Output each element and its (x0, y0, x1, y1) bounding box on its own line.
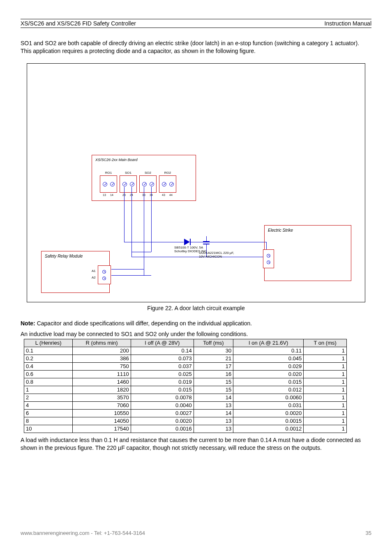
td: 1 (304, 417, 347, 425)
td: 21 (194, 355, 233, 362)
td: 17540 (73, 425, 131, 433)
connector-ro1: RO1 13 14 (100, 175, 117, 193)
td: 30 (194, 347, 233, 355)
table-intro: An inductive load may be connected to SO… (21, 331, 371, 337)
figure-caption: Figure 22. A door latch circuit example (21, 305, 371, 311)
th: R (ohms min) (73, 339, 131, 347)
td: 1 (304, 401, 347, 409)
th: Toff (ms) (194, 339, 233, 347)
so2-label: SO2 (140, 171, 156, 175)
relay-pin-a1 (102, 270, 106, 274)
table-row: 8140500.0020130.00151 (24, 417, 347, 425)
table-row: 0.12000.14300.111 (24, 347, 347, 355)
td: 0.6 (24, 370, 73, 378)
td: 1 (304, 425, 347, 433)
table-row: 0.23860.073210.0451 (24, 355, 347, 362)
td: 15 (194, 386, 233, 394)
strike-pin-2 (267, 260, 270, 264)
page-footer: www.bannerengineering.com - Tel: +1-763-… (21, 530, 371, 536)
after-table-note: A load with inductance less than 0.1 H a… (21, 436, 371, 452)
pinlabel: 43 (162, 193, 165, 196)
figure-door-latch: XS/SC26-2xx Main Board RO1 13 14 SO1 23 … (27, 63, 365, 302)
td: 1 (304, 347, 347, 355)
td: 0.4 (24, 362, 73, 370)
pinlabel: A2 (92, 276, 96, 279)
td: 1820 (73, 386, 131, 394)
td: 0.029 (233, 362, 304, 370)
mainboard-label: XS/SC26-2xx Main Board (95, 158, 138, 162)
td: 0.031 (233, 401, 304, 409)
table-row: 0.47500.037170.0291 (24, 362, 347, 370)
td: 1 (304, 378, 347, 386)
td: 4 (24, 401, 73, 409)
td: 1110 (73, 370, 131, 378)
td: 15 (194, 378, 233, 386)
td: 3570 (73, 394, 131, 401)
td: 0.11 (233, 347, 304, 355)
wire (131, 252, 151, 252)
td: 0.0060 (233, 394, 304, 401)
pinlabel: 44 (169, 193, 173, 196)
pin (169, 182, 174, 187)
wire (111, 269, 144, 269)
td: 0.1 (24, 347, 73, 355)
table-row: 6105500.0027140.00201 (24, 409, 347, 417)
td: 0.2 (24, 355, 73, 362)
td: 14 (194, 394, 233, 401)
td: 386 (73, 355, 131, 362)
connector-ro2: RO2 43 44 (159, 175, 176, 193)
td: 0.0078 (131, 394, 194, 401)
td: 13 (194, 417, 233, 425)
td: 0.012 (233, 386, 304, 394)
td: 13 (194, 401, 233, 409)
ro1-label: RO1 (100, 171, 117, 175)
pin-33 (142, 182, 147, 187)
td: 200 (73, 347, 131, 355)
footer-page-number: 35 (366, 530, 371, 536)
td: 0.14 (131, 347, 194, 355)
wire (190, 242, 266, 242)
table-row: 235700.0078140.00601 (24, 394, 347, 401)
pin-24 (130, 182, 134, 187)
table-row: 470600.0040130.0311 (24, 401, 347, 409)
wire (144, 269, 144, 275)
th: I on (A @ 21.6V) (233, 339, 304, 347)
ro2-label: RO2 (159, 171, 176, 175)
td: 0.045 (233, 355, 304, 362)
strike-pin-1 (267, 254, 270, 258)
strike-box: Electric Strike (264, 225, 351, 281)
pin (110, 182, 115, 187)
table-row: 10175400.0016130.00121 (24, 425, 347, 433)
wire (144, 187, 144, 275)
page-header: XS/SC26 and XS/SC26 FID Safety Controlle… (21, 20, 371, 27)
td: 0.0027 (131, 409, 194, 417)
pinlabel: A1 (92, 269, 96, 273)
header-right: Instruction Manual (325, 20, 371, 27)
td: 13 (194, 425, 233, 433)
td: 0.0015 (233, 417, 304, 425)
td: 16 (194, 370, 233, 378)
td: 0.015 (131, 386, 194, 394)
td: 1 (24, 386, 73, 394)
pin-23 (122, 182, 127, 187)
td: 1460 (73, 378, 131, 386)
pin (103, 182, 107, 187)
connector-so2: SO2 33 34 (139, 175, 157, 193)
td: 6 (24, 409, 73, 417)
td: 0.0016 (131, 425, 194, 433)
td: 2 (24, 394, 73, 401)
td: 17 (194, 362, 233, 370)
pin-34 (150, 182, 154, 187)
pinlabel: 14 (110, 193, 113, 196)
wire (124, 242, 184, 242)
td: 10 (24, 425, 73, 433)
wire (124, 187, 125, 242)
wire (111, 275, 151, 276)
note-body: Capacitor and diode specifications will … (37, 320, 252, 327)
td: 0.0012 (233, 425, 304, 433)
td: 10550 (73, 409, 131, 417)
td: 0.0020 (233, 409, 304, 417)
td: 14050 (73, 417, 131, 425)
cap-label: UUD1A221MCL 220 µF, 10V NICHICON (199, 251, 240, 258)
intro-paragraph: SO1 and SO2 are both capable of directly… (21, 39, 371, 55)
